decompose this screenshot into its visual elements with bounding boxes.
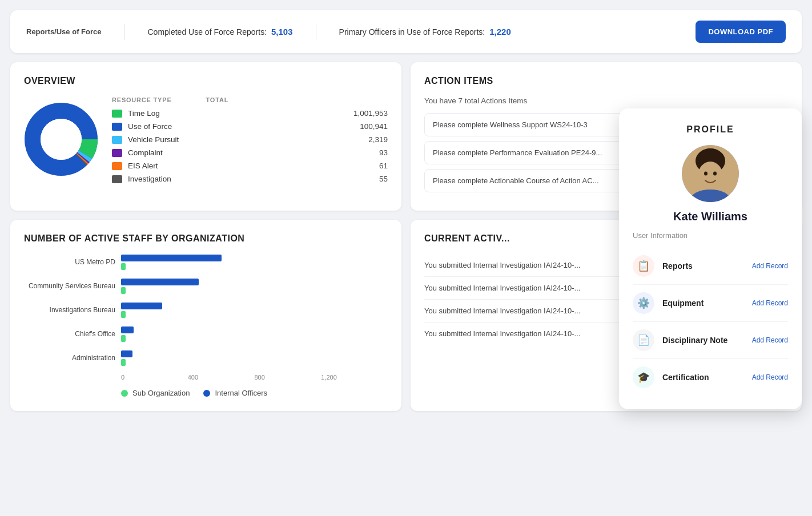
profile-item-name: Reports <box>662 261 744 271</box>
bar-row: Chief's Office <box>24 326 388 342</box>
completed-value: 5,103 <box>271 27 293 37</box>
legend-row: Vehicle Pursuit 2,319 <box>112 135 388 144</box>
add-record-link[interactable]: Add Record <box>752 373 788 381</box>
profile-title: PROFILE <box>633 124 788 135</box>
add-record-link[interactable]: Add Record <box>752 262 788 270</box>
legend-color-box <box>112 110 122 118</box>
primary-value: 1,220 <box>489 27 511 37</box>
x-tick: 1,200 <box>321 374 388 381</box>
legend-item-value: 55 <box>348 175 388 183</box>
x-tick: 0 <box>121 374 188 381</box>
bar-label: Chief's Office <box>24 330 115 338</box>
profile-item: 📋 Reports Add Record <box>633 248 788 285</box>
overview-title: OVERVIEW <box>24 76 388 86</box>
bar-blue <box>121 279 199 285</box>
top-bar: Reports/Use of Force Completed Use of Fo… <box>10 10 802 53</box>
sub-org-label: Sub Organization <box>132 389 190 397</box>
bar-green <box>121 359 126 366</box>
legend-item-value: 1,001,953 <box>348 109 388 118</box>
legend-row: Time Log 1,001,953 <box>112 109 388 118</box>
legend-item-name: Investigation <box>128 175 342 183</box>
profile-icon: 📄 <box>633 329 654 351</box>
donut-chart <box>24 102 98 176</box>
internal-dot <box>203 390 210 397</box>
user-info-label: User Information <box>633 231 788 240</box>
bar-label: US Metro PD <box>24 258 115 266</box>
bar-row: Administration <box>24 350 388 366</box>
total-col: TOTAL <box>206 96 229 103</box>
bar-blue <box>121 303 162 309</box>
svg-point-6 <box>41 119 82 160</box>
bar-group <box>121 278 199 294</box>
download-pdf-button[interactable]: DOWNLOAD PDF <box>696 21 786 43</box>
profile-icon: 🎓 <box>633 366 654 388</box>
bar-group <box>121 326 134 342</box>
action-items-title: ACTION ITEMS <box>424 76 788 86</box>
legend-item-value: 61 <box>348 162 388 170</box>
sub-org-legend: Sub Organization <box>121 389 190 397</box>
divider2 <box>316 24 316 40</box>
legend-item-name: EIS Alert <box>128 162 342 170</box>
bar-label: Community Services Bureau <box>24 282 115 290</box>
add-record-link[interactable]: Add Record <box>752 336 788 344</box>
bar-group <box>121 254 222 270</box>
primary-officers-section: Primary Officers in Use of Force Reports… <box>339 27 511 37</box>
legend-item-value: 2,319 <box>348 135 388 144</box>
completed-label: Completed Use of Force Reports: <box>147 27 267 37</box>
legend-rows: Time Log 1,001,953 Use of Force 100,941 … <box>112 109 388 183</box>
x-tick: 400 <box>188 374 255 381</box>
internal-label: Internal Officers <box>215 389 267 397</box>
bar-blue <box>121 255 222 261</box>
profile-icon: ⚙️ <box>633 292 654 314</box>
svg-point-10 <box>698 162 723 191</box>
bar-legend: Sub Organization Internal Officers <box>121 389 388 397</box>
legend-header: RESOURCE TYPE TOTAL <box>112 96 388 103</box>
profile-items: 📋 Reports Add Record ⚙️ Equipment Add Re… <box>633 248 788 396</box>
bar-label: Administration <box>24 354 115 362</box>
legend-item-name: Time Log <box>128 109 342 118</box>
profile-item-name: Disciplinary Note <box>662 336 744 345</box>
resource-type-col: RESOURCE TYPE <box>112 96 172 103</box>
legend-color-box <box>112 123 122 131</box>
profile-item: 🎓 Certification Add Record <box>633 359 788 396</box>
legend-color-box <box>112 162 122 170</box>
bar-row: Investigations Bureau <box>24 302 388 318</box>
bar-row: Community Services Bureau <box>24 278 388 294</box>
staff-card: NUMBER OF ACTIVE STAFF BY ORGANIZATION U… <box>10 220 401 411</box>
bar-group <box>121 302 162 318</box>
x-axis: 04008001,200 <box>121 374 388 381</box>
bar-chart: US Metro PD Community Services Bureau In… <box>24 254 388 366</box>
bar-green <box>121 335 126 342</box>
overview-content: RESOURCE TYPE TOTAL Time Log 1,001,953 U… <box>24 96 388 188</box>
bar-blue <box>121 326 134 333</box>
svg-point-11 <box>704 172 708 176</box>
add-record-link[interactable]: Add Record <box>752 299 788 307</box>
staff-title: NUMBER OF ACTIVE STAFF BY ORGANIZATION <box>24 233 388 244</box>
reports-label: Reports/Use of Force <box>26 27 101 36</box>
bar-blue <box>121 350 132 357</box>
sub-org-dot <box>121 390 128 397</box>
bar-row: US Metro PD <box>24 254 388 270</box>
svg-point-12 <box>713 172 717 176</box>
completed-reports-section: Completed Use of Force Reports: 5,103 <box>147 27 292 37</box>
primary-label: Primary Officers in Use of Force Reports… <box>339 27 485 37</box>
internal-officers-legend: Internal Officers <box>203 389 267 397</box>
legend-item-name: Vehicle Pursuit <box>128 135 342 144</box>
profile-item: 📄 Disciplinary Note Add Record <box>633 322 788 359</box>
divider <box>124 24 124 40</box>
bar-green <box>121 287 126 294</box>
bar-green <box>121 263 126 270</box>
legend-table: RESOURCE TYPE TOTAL Time Log 1,001,953 U… <box>112 96 388 188</box>
bar-group <box>121 350 132 366</box>
legend-item-name: Complaint <box>128 148 342 157</box>
bar-label: Investigations Bureau <box>24 306 115 314</box>
profile-item-name: Certification <box>662 373 744 382</box>
profile-item: ⚙️ Equipment Add Record <box>633 285 788 322</box>
x-tick: 800 <box>255 374 321 381</box>
legend-color-box <box>112 149 122 157</box>
legend-row: Investigation 55 <box>112 175 388 183</box>
profile-item-name: Equipment <box>662 299 744 308</box>
legend-item-value: 100,941 <box>348 122 388 131</box>
profile-panel: PROFILE Kate Williams User Information 📋… <box>619 108 802 409</box>
legend-row: Complaint 93 <box>112 148 388 157</box>
